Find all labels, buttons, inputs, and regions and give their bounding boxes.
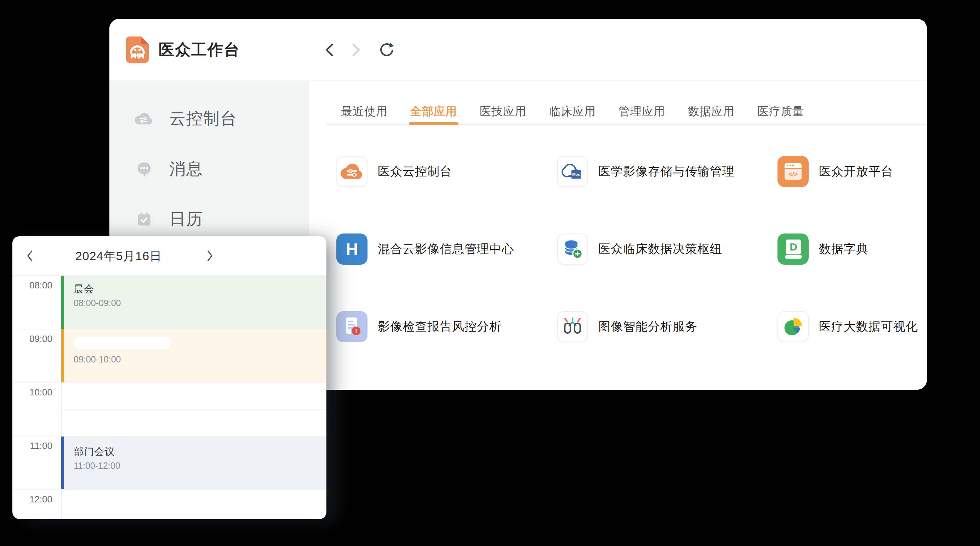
app-item-open-platform[interactable]: </> 医众开放平台 bbox=[778, 156, 927, 187]
pie-chart-icon bbox=[778, 311, 809, 342]
app-label: 医众开放平台 bbox=[819, 163, 893, 180]
lungs-analysis-icon bbox=[557, 311, 588, 342]
app-logo-icon bbox=[126, 37, 149, 63]
chevron-left-icon bbox=[323, 42, 336, 58]
app-item-data-dictionary[interactable]: D 数据字典 bbox=[778, 233, 927, 265]
sidebar-item-messages[interactable]: 消息 bbox=[110, 158, 309, 180]
tab-data[interactable]: 数据应用 bbox=[688, 102, 735, 120]
chevron-right-icon bbox=[205, 249, 214, 263]
time-label: 08:00 bbox=[13, 280, 52, 291]
time-label: 11:00 bbox=[13, 441, 52, 451]
svg-text:D: D bbox=[789, 241, 797, 252]
refresh-button[interactable] bbox=[379, 42, 394, 59]
app-label: 医众云控制台 bbox=[378, 163, 452, 180]
app-item-clinical-data-hub[interactable]: 医众临床数据决策枢纽 bbox=[557, 233, 778, 265]
svg-text:!: ! bbox=[355, 327, 357, 335]
calendar-day-view: 08:00 09:00 10:00 11:00 12:00 晨会 08:00-0… bbox=[13, 236, 326, 519]
app-label: 混合云影像信息管理中心 bbox=[378, 241, 514, 257]
app-item-report-risk-analysis[interactable]: ! 影像检查报告风控分析 bbox=[336, 311, 557, 342]
blue-cloud-mos-icon: Mos bbox=[557, 156, 588, 187]
calendar-date-title: 2024年5月16日 bbox=[62, 236, 175, 275]
chat-bubble-icon bbox=[135, 160, 154, 179]
green-dictionary-icon: D bbox=[778, 233, 809, 265]
calendar-event-morning-meeting[interactable]: 晨会 08:00-09:00 bbox=[61, 276, 326, 329]
calendar-event-department-meeting[interactable]: 部门会议 11:00-12:00 bbox=[61, 436, 326, 489]
redacted-event-title bbox=[74, 337, 171, 350]
app-label: 图像智能分析服务 bbox=[598, 319, 697, 335]
half-hour-gridline bbox=[62, 409, 326, 410]
calendar-popup: 08:00 09:00 10:00 11:00 12:00 晨会 08:00-0… bbox=[13, 236, 326, 519]
window-title: 医众工作台 bbox=[159, 39, 240, 60]
event-title: 晨会 bbox=[74, 283, 326, 295]
back-button[interactable] bbox=[322, 42, 337, 59]
app-item-big-data-visualization[interactable]: 医疗大数据可视化 bbox=[778, 311, 927, 342]
report-warning-icon: ! bbox=[336, 311, 368, 342]
time-label: 10:00 bbox=[13, 387, 52, 398]
time-label: 12:00 bbox=[13, 494, 52, 504]
time-label: 09:00 bbox=[13, 334, 52, 344]
app-item-cloud-console[interactable]: 医众云控制台 bbox=[336, 156, 557, 187]
app-label: 医众临床数据决策枢纽 bbox=[598, 241, 722, 257]
forward-button[interactable] bbox=[348, 42, 364, 59]
tab-quality[interactable]: 医疗质量 bbox=[757, 102, 804, 120]
refresh-icon bbox=[379, 42, 394, 58]
app-item-imaging-storage[interactable]: Mos 医学影像存储与传输管理 bbox=[557, 156, 778, 187]
cloud-icon bbox=[135, 109, 154, 128]
calendar-next-day-button[interactable] bbox=[202, 236, 217, 275]
sidebar-item-calendar[interactable]: 日历 bbox=[110, 208, 309, 231]
event-time: 08:00-09:00 bbox=[74, 298, 326, 308]
tab-bar: 最近使用 全部应用 医技应用 临床应用 管理应用 数据应用 医疗质量 bbox=[341, 102, 804, 120]
blue-h-square-icon: H bbox=[336, 233, 368, 265]
orange-code-window-icon: </> bbox=[778, 156, 809, 187]
sidebar-item-label: 日历 bbox=[169, 208, 203, 230]
calendar-event-redacted[interactable]: 09:00-10:00 bbox=[61, 329, 326, 382]
chevron-left-icon bbox=[26, 249, 34, 263]
sidebar-item-label: 消息 bbox=[169, 158, 203, 180]
letter-h: H bbox=[346, 239, 358, 259]
event-time: 11:00-12:00 bbox=[74, 461, 326, 471]
tab-medtech[interactable]: 医技应用 bbox=[480, 102, 527, 120]
svg-text:Mos: Mos bbox=[572, 172, 580, 176]
tab-clinical[interactable]: 临床应用 bbox=[549, 102, 596, 120]
orange-cloud-sliders-icon bbox=[336, 156, 368, 187]
tab-management[interactable]: 管理应用 bbox=[619, 102, 665, 120]
event-time: 09:00-10:00 bbox=[74, 354, 326, 364]
app-label: 医疗大数据可视化 bbox=[819, 319, 918, 335]
window-header: 医众工作台 bbox=[110, 19, 927, 81]
calendar-prev-day-button[interactable] bbox=[22, 236, 38, 275]
chevron-right-icon bbox=[350, 42, 362, 58]
app-label: 影像检查报告风控分析 bbox=[378, 319, 502, 335]
content-area: 最近使用 全部应用 医技应用 临床应用 管理应用 数据应用 医疗质量 bbox=[309, 81, 927, 390]
nav-controls bbox=[322, 19, 394, 81]
hour-gridline bbox=[13, 489, 326, 490]
sidebar-item-label: 云控制台 bbox=[169, 108, 237, 130]
sidebar-item-cloud-console[interactable]: 云控制台 bbox=[110, 107, 309, 130]
event-title: 部门会议 bbox=[74, 446, 326, 458]
database-plus-icon bbox=[557, 233, 588, 265]
calendar-header: 2024年5月16日 bbox=[13, 236, 326, 276]
app-grid: 医众云控制台 Mos 医学影像存储与传输管理 bbox=[336, 156, 927, 389]
app-item-image-ai-analysis[interactable]: 图像智能分析服务 bbox=[557, 311, 778, 342]
tab-recent[interactable]: 最近使用 bbox=[341, 102, 388, 120]
tab-all-apps[interactable]: 全部应用 bbox=[410, 102, 457, 120]
app-label: 数据字典 bbox=[819, 241, 869, 257]
calendar-check-icon bbox=[135, 210, 154, 229]
app-item-hybrid-cloud-imaging[interactable]: H 混合云影像信息管理中心 bbox=[336, 233, 557, 265]
svg-text:</>: </> bbox=[789, 171, 798, 178]
app-label: 医学影像存储与传输管理 bbox=[598, 163, 735, 180]
hour-gridline bbox=[13, 382, 326, 383]
